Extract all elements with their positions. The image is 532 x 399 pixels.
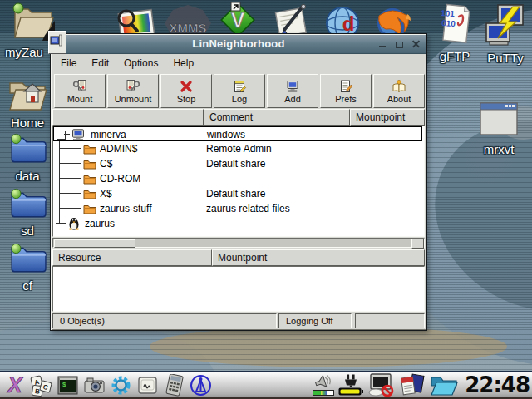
- close-icon[interactable]: [411, 40, 421, 49]
- title-bar[interactable]: LinNeighborhood: [52, 35, 426, 54]
- display-disabled-icon: [367, 373, 396, 397]
- desktop-icon-mrxvt[interactable]: mrxvt: [472, 101, 525, 156]
- window-menu-icon[interactable]: [48, 31, 66, 54]
- about-button[interactable]: About: [373, 74, 425, 108]
- svg-text:010: 010: [441, 18, 456, 28]
- share-comment: Remote Admin: [206, 143, 272, 155]
- log-button[interactable]: Log: [214, 74, 265, 108]
- camera-icon: [83, 374, 106, 397]
- mrxvt-icon: [479, 101, 519, 138]
- button-label: Prefs: [335, 95, 357, 104]
- add-computer-icon: [285, 79, 300, 94]
- volume-level-bar: [313, 390, 334, 396]
- volume-applet[interactable]: [313, 375, 334, 396]
- scrollbar-corner[interactable]: [411, 239, 424, 249]
- screenshot-camera-button[interactable]: [83, 374, 106, 397]
- column-header-name[interactable]: [52, 109, 204, 126]
- tree-row-x-share[interactable]: X$ Default share: [53, 186, 422, 201]
- desktop-icon-home[interactable]: Home: [2, 75, 53, 130]
- desktop-icon-label: Home: [2, 116, 53, 130]
- cf-folder-icon: [8, 241, 47, 274]
- toolbar: Mount Unmount Stop Log: [52, 72, 425, 108]
- desktop-icon-label: data: [2, 169, 53, 183]
- collapse-icon[interactable]: [57, 131, 66, 140]
- folder-icon: [83, 173, 96, 185]
- share-comment: Default share: [206, 188, 265, 200]
- tree-row-admin-share[interactable]: ADMIN$ Remote Admin: [53, 141, 422, 156]
- keyboard-abc-button[interactable]: A B C: [30, 374, 52, 397]
- column-header-resource[interactable]: Resource: [52, 249, 212, 266]
- mount-key-icon: [72, 79, 87, 94]
- tree-row-zaurus[interactable]: zaurus: [53, 216, 422, 231]
- menu-options[interactable]: Options: [121, 56, 161, 71]
- status-objects: 0 Object(s): [52, 313, 277, 328]
- window-glyph-icon: [49, 32, 64, 50]
- desktop-icon-sd[interactable]: sd: [2, 186, 53, 238]
- desktop-icon-gftp[interactable]: 101 010 gFTP: [427, 3, 482, 63]
- terminal-button[interactable]: $: [57, 374, 79, 397]
- speaker-icon: [313, 375, 333, 389]
- share-name: ADMIN$: [100, 143, 137, 155]
- x11-button[interactable]: X: [3, 374, 26, 397]
- prefs-button[interactable]: Prefs: [320, 74, 372, 108]
- status-extra: [355, 313, 425, 328]
- desktop-icon-data[interactable]: data: [2, 131, 53, 183]
- gftp-icon: 101 010: [436, 3, 473, 45]
- taskbar: X A B C $: [0, 371, 532, 399]
- antenna-icon: [190, 374, 212, 397]
- x11-icon: X: [4, 374, 26, 397]
- tree-row-minerva[interactable]: minerva windows: [53, 126, 422, 141]
- memory-cards-icon: [400, 373, 425, 397]
- input-key-button[interactable]: [136, 374, 159, 397]
- wireless-antenna-button[interactable]: [190, 374, 212, 397]
- host-comment: windows: [207, 129, 245, 140]
- keycap-icon: [137, 375, 158, 396]
- desktop-icon-label: cf: [2, 278, 53, 293]
- column-header-comment[interactable]: Comment: [204, 109, 350, 126]
- pda-keypad-button[interactable]: [163, 374, 185, 397]
- menu-help[interactable]: Help: [170, 56, 197, 71]
- power-applet[interactable]: [338, 374, 363, 396]
- svg-text:V: V: [231, 8, 245, 32]
- tree-row-c-share[interactable]: C$ Default share: [53, 156, 422, 171]
- terminal-icon: $: [57, 374, 79, 397]
- desktop-icon-label: sd: [2, 224, 53, 238]
- tree-row-cdrom-share[interactable]: CD-ROM: [53, 171, 422, 186]
- menu-edit[interactable]: Edit: [88, 56, 112, 71]
- putty-icon: [485, 3, 526, 47]
- mount-button[interactable]: Mount: [54, 74, 106, 108]
- desktop-icon-cf[interactable]: cf: [2, 241, 53, 293]
- menu-file[interactable]: File: [57, 56, 80, 71]
- desktop-icon-label: gFTP: [427, 49, 482, 63]
- unmount-button[interactable]: Unmount: [107, 74, 159, 108]
- files-folder-applet[interactable]: [429, 374, 459, 397]
- svg-text:d: d: [342, 12, 355, 35]
- settings-gear-button[interactable]: [110, 374, 132, 397]
- about-book-icon: [392, 79, 406, 94]
- status-logging: Logging Off: [278, 313, 352, 328]
- prefs-notepad-icon: [338, 79, 353, 94]
- column-header-mountpoint-lower[interactable]: Mountpoint: [212, 249, 425, 266]
- maximize-icon[interactable]: [395, 40, 404, 49]
- stop-button[interactable]: Stop: [160, 74, 212, 108]
- share-comment: zaurus related files: [206, 203, 290, 214]
- scrollbar-thumb[interactable]: [54, 239, 135, 248]
- folder-icon: [83, 158, 96, 170]
- host-name: zaurus: [85, 218, 115, 229]
- battery-level-bar: [338, 387, 363, 396]
- mounted-shares-list[interactable]: [52, 266, 425, 312]
- horizontal-scrollbar[interactable]: [52, 238, 425, 248]
- add-button[interactable]: Add: [267, 74, 318, 108]
- folder-icon: [83, 203, 96, 214]
- column-header-mountpoint[interactable]: Mountpoint: [350, 109, 425, 126]
- network-tree: minerva windows ADMIN$ Remote Admin C$ D…: [52, 126, 425, 237]
- button-label: About: [387, 95, 411, 104]
- desktop-icon-putty[interactable]: PuTTy: [480, 3, 530, 65]
- minimize-icon[interactable]: [378, 40, 387, 49]
- window-title: LinNeighborhood: [52, 37, 426, 50]
- share-name: C$: [100, 158, 112, 170]
- tree-row-zaurus-stuff-share[interactable]: zaurus-stuff zaurus related files: [53, 201, 422, 216]
- display-applet[interactable]: [367, 374, 396, 397]
- unmount-key-icon: [126, 79, 140, 94]
- memory-cards-applet[interactable]: [400, 374, 425, 397]
